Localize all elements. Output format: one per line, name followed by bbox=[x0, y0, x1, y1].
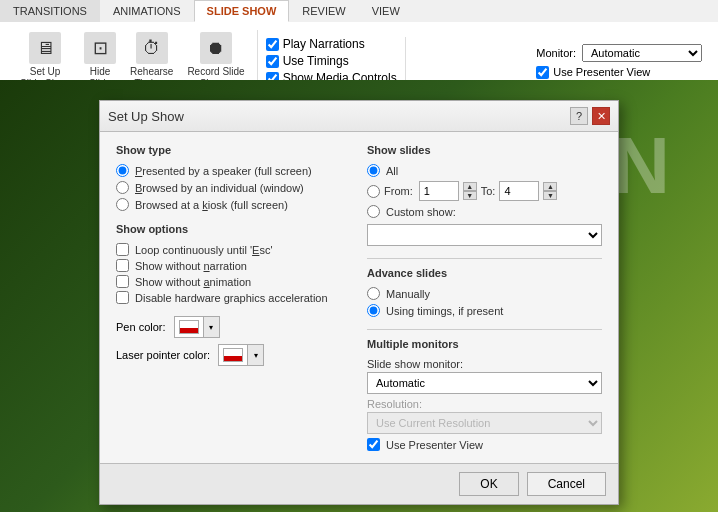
radio-kiosk[interactable]: Browsed at a kiosk (full screen) bbox=[116, 198, 351, 211]
advance-slides-group: Manually Using timings, if present bbox=[367, 287, 602, 317]
tab-view[interactable]: VIEW bbox=[359, 0, 413, 22]
from-spin-up[interactable]: ▲ bbox=[463, 182, 477, 191]
play-narrations-label: Play Narrations bbox=[283, 37, 365, 51]
pen-color-dropdown-arrow[interactable]: ▾ bbox=[203, 317, 219, 337]
radio-manually[interactable]: Manually bbox=[367, 287, 602, 300]
radio-from-input[interactable] bbox=[367, 185, 380, 198]
radio-all-label: All bbox=[386, 165, 398, 177]
no-hw-label: Disable hardware graphics acceleration bbox=[135, 292, 328, 304]
resolution-row: Resolution: Use Current Resolution bbox=[367, 398, 602, 434]
divider-1 bbox=[367, 258, 602, 259]
presenter-view-label: Use Presenter View bbox=[553, 66, 650, 78]
tab-animations[interactable]: ANIMATIONS bbox=[100, 0, 194, 22]
radio-full-screen[interactable]: Presented by a speaker (full screen) bbox=[116, 164, 351, 177]
play-narrations-checkbox[interactable]: Play Narrations bbox=[266, 37, 397, 51]
tab-review[interactable]: REVIEW bbox=[289, 0, 358, 22]
use-timings-input[interactable] bbox=[266, 55, 279, 68]
divider-2 bbox=[367, 329, 602, 330]
radio-window-label: Browsed by an individual (window) bbox=[135, 182, 304, 194]
radio-all-input[interactable] bbox=[367, 164, 380, 177]
slide-monitor-select[interactable]: Automatic bbox=[367, 372, 602, 394]
presenter-view-checkbox[interactable]: Use Presenter View bbox=[536, 66, 650, 79]
dialog-body: Show type Presented by a speaker (full s… bbox=[100, 132, 618, 463]
pen-color-swatch-inner bbox=[179, 320, 199, 334]
cancel-button[interactable]: Cancel bbox=[527, 472, 606, 496]
dialog-footer: OK Cancel bbox=[100, 463, 618, 504]
setup-icon: 🖥 bbox=[29, 32, 61, 64]
radio-from-row: From: ▲ ▼ To: ▲ ▼ bbox=[367, 181, 602, 201]
advance-slides-title: Advance slides bbox=[367, 267, 602, 279]
radio-timings[interactable]: Using timings, if present bbox=[367, 304, 602, 317]
from-label: From: bbox=[384, 185, 413, 197]
to-spin-buttons: ▲ ▼ bbox=[543, 182, 557, 200]
laser-color-swatch bbox=[219, 345, 247, 365]
no-narration-checkbox[interactable]: Show without narration bbox=[116, 259, 351, 272]
ribbon-tabs: TRANSITIONS ANIMATIONS SLIDE SHOW REVIEW… bbox=[0, 0, 718, 22]
to-value-input[interactable] bbox=[499, 181, 539, 201]
radio-timings-input[interactable] bbox=[367, 304, 380, 317]
radio-window-input[interactable] bbox=[116, 181, 129, 194]
monitor-label: Monitor: bbox=[536, 47, 576, 59]
dialog-help-button[interactable]: ? bbox=[570, 107, 588, 125]
dialog-right: Show slides All From: bbox=[367, 144, 602, 451]
setup-show-dialog: Set Up Show ? ✕ Show type Presented by a… bbox=[99, 100, 619, 505]
radio-all[interactable]: All bbox=[367, 164, 602, 177]
tab-transitions[interactable]: TRANSITIONS bbox=[0, 0, 100, 22]
no-animation-input[interactable] bbox=[116, 275, 129, 288]
monitor-label-row: Slide show monitor: Automatic bbox=[367, 358, 602, 394]
show-options-group: Loop continuously until 'Esc' Show witho… bbox=[116, 243, 351, 304]
pen-color-row: Pen color: ▾ bbox=[116, 316, 351, 338]
radio-manually-label: Manually bbox=[386, 288, 430, 300]
use-timings-checkbox[interactable]: Use Timings bbox=[266, 54, 397, 68]
radio-custom-input[interactable] bbox=[367, 205, 380, 218]
radio-window[interactable]: Browsed by an individual (window) bbox=[116, 181, 351, 194]
custom-label: Custom show: bbox=[386, 206, 456, 218]
laser-color-label: Laser pointer color: bbox=[116, 349, 210, 361]
presenter-view-dialog-input[interactable] bbox=[367, 438, 380, 451]
no-hw-input[interactable] bbox=[116, 291, 129, 304]
loop-checkbox[interactable]: Loop continuously until 'Esc' bbox=[116, 243, 351, 256]
dialog-close-button[interactable]: ✕ bbox=[592, 107, 610, 125]
from-spin-down[interactable]: ▼ bbox=[463, 191, 477, 200]
radio-from-label-wrap[interactable]: From: bbox=[367, 185, 413, 198]
radio-custom[interactable]: Custom show: bbox=[367, 205, 602, 218]
pen-color-swatch bbox=[175, 317, 203, 337]
pen-color-picker[interactable]: ▾ bbox=[174, 316, 220, 338]
hide-icon: ⊡ bbox=[84, 32, 116, 64]
laser-color-picker[interactable]: ▾ bbox=[218, 344, 264, 366]
radio-full-screen-label: Presented by a speaker (full screen) bbox=[135, 165, 312, 177]
radio-full-screen-input[interactable] bbox=[116, 164, 129, 177]
loop-input[interactable] bbox=[116, 243, 129, 256]
no-animation-checkbox[interactable]: Show without animation bbox=[116, 275, 351, 288]
radio-manually-input[interactable] bbox=[367, 287, 380, 300]
dialog-controls: ? ✕ bbox=[570, 107, 610, 125]
show-type-group: Presented by a speaker (full screen) Bro… bbox=[116, 164, 351, 211]
dialog-title: Set Up Show bbox=[108, 109, 184, 124]
resolution-label: Resolution: bbox=[367, 398, 602, 410]
from-group: ▲ ▼ To: ▲ ▼ bbox=[419, 181, 558, 201]
multiple-monitors-title: Multiple monitors bbox=[367, 338, 602, 350]
dialog-titlebar: Set Up Show ? ✕ bbox=[100, 101, 618, 132]
radio-kiosk-input[interactable] bbox=[116, 198, 129, 211]
resolution-dropdown-row: Use Current Resolution bbox=[367, 412, 602, 434]
presenter-view-input[interactable] bbox=[536, 66, 549, 79]
laser-color-row: Laser pointer color: ▾ bbox=[116, 344, 351, 366]
custom-show-select[interactable] bbox=[367, 224, 602, 246]
monitor-select[interactable]: Automatic bbox=[582, 44, 702, 62]
presenter-view-dialog-checkbox[interactable]: Use Presenter View bbox=[367, 438, 602, 451]
from-value-input[interactable] bbox=[419, 181, 459, 201]
show-type-title: Show type bbox=[116, 144, 351, 156]
pen-color-label: Pen color: bbox=[116, 321, 166, 333]
play-narrations-input[interactable] bbox=[266, 38, 279, 51]
no-hw-checkbox[interactable]: Disable hardware graphics acceleration bbox=[116, 291, 351, 304]
laser-color-dropdown-arrow[interactable]: ▾ bbox=[247, 345, 263, 365]
to-spin-down[interactable]: ▼ bbox=[543, 191, 557, 200]
ribbon-right: Monitor: Automatic Use Presenter View bbox=[528, 40, 710, 83]
dialog-overlay: Set Up Show ? ✕ Show type Presented by a… bbox=[0, 80, 718, 512]
from-spin-buttons: ▲ ▼ bbox=[463, 182, 477, 200]
show-slides-title: Show slides bbox=[367, 144, 602, 156]
no-narration-input[interactable] bbox=[116, 259, 129, 272]
ok-button[interactable]: OK bbox=[459, 472, 518, 496]
to-spin-up[interactable]: ▲ bbox=[543, 182, 557, 191]
tab-slideshow[interactable]: SLIDE SHOW bbox=[194, 0, 290, 22]
